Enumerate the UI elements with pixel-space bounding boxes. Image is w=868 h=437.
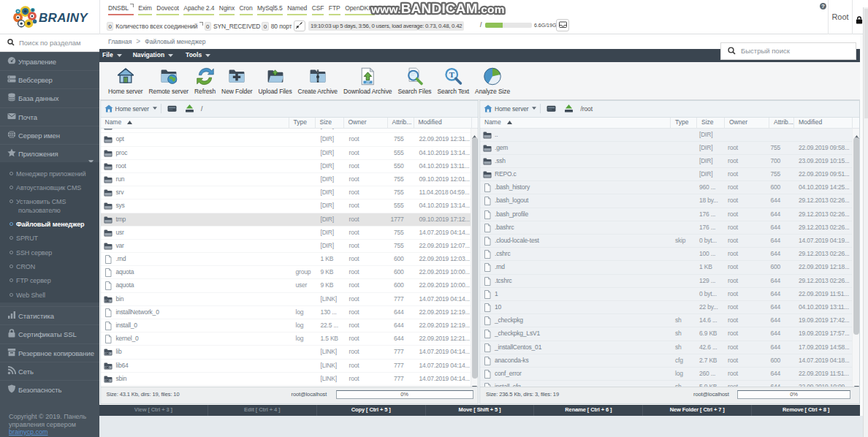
svg-text:www.BANDICAM.com: www.BANDICAM.com [370,1,505,16]
svg-text:BRAINY: BRAINY [39,11,88,25]
